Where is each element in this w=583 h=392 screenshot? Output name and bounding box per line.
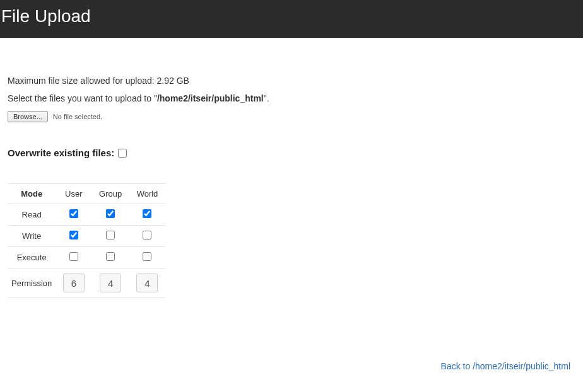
no-file-text: No file selected.	[53, 113, 102, 120]
write-label: Write	[8, 226, 56, 247]
back-path: /home2/itseir/public_html	[473, 361, 570, 371]
upload-path: /home2/itseir/public_html	[157, 93, 264, 103]
permissions-table: Mode User Group World Read Write Execute…	[8, 183, 165, 298]
back-prefix: Back to	[441, 361, 473, 371]
select-prefix: Select the files you want to upload to "	[8, 93, 157, 103]
execute-group-checkbox[interactable]	[106, 252, 115, 261]
content-area: Maximum file size allowed for upload: 2.…	[0, 38, 583, 311]
group-header: Group	[91, 184, 129, 204]
permission-user-input[interactable]	[63, 274, 85, 292]
user-header: User	[56, 184, 91, 204]
browse-button[interactable]: Browse...	[8, 111, 48, 122]
select-files-info: Select the files you want to upload to "…	[8, 93, 575, 103]
page-title: File Upload	[1, 6, 575, 26]
read-label: Read	[8, 204, 56, 226]
back-link[interactable]: Back to /home2/itseir/public_html	[441, 361, 570, 371]
permission-group-input[interactable]	[100, 274, 121, 292]
permission-row: Permission	[8, 268, 165, 298]
write-world-checkbox[interactable]	[143, 231, 151, 239]
execute-row: Execute	[8, 247, 165, 268]
table-header-row: Mode User Group World	[8, 184, 165, 204]
file-input-row: Browse... No file selected.	[8, 111, 575, 122]
permission-world-input[interactable]	[136, 274, 158, 292]
read-row: Read	[8, 204, 165, 226]
select-suffix: ".	[264, 93, 269, 103]
permission-label: Permission	[8, 268, 56, 298]
execute-user-checkbox[interactable]	[69, 252, 78, 261]
page-header: File Upload	[0, 0, 583, 38]
back-link-area: Back to /home2/itseir/public_html	[0, 311, 583, 384]
execute-world-checkbox[interactable]	[143, 252, 151, 261]
overwrite-label: Overwrite existing files:	[8, 147, 114, 158]
write-group-checkbox[interactable]	[106, 231, 115, 239]
read-world-checkbox[interactable]	[143, 209, 151, 218]
execute-label: Execute	[8, 247, 56, 268]
read-user-checkbox[interactable]	[69, 209, 78, 218]
write-row: Write	[8, 226, 165, 247]
mode-header: Mode	[8, 184, 56, 204]
max-size-info: Maximum file size allowed for upload: 2.…	[8, 76, 575, 86]
write-user-checkbox[interactable]	[69, 231, 78, 239]
overwrite-row: Overwrite existing files:	[8, 147, 575, 158]
world-header: World	[129, 184, 165, 204]
read-group-checkbox[interactable]	[106, 209, 115, 218]
overwrite-checkbox[interactable]	[118, 149, 127, 158]
